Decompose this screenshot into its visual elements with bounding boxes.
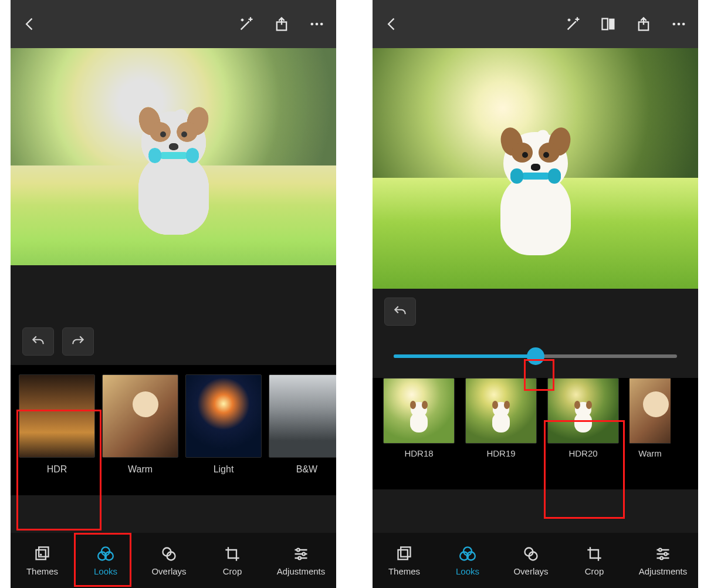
looks-strip[interactable]: HDR18 HDR19 HDR20 Warm bbox=[373, 378, 698, 489]
tab-adjustments[interactable]: Adjustments bbox=[626, 533, 698, 588]
look-warm[interactable]: Warm bbox=[102, 374, 178, 486]
topbar bbox=[11, 0, 336, 48]
look-label: HDR bbox=[47, 458, 67, 481]
phone-left: HDR Warm Light B&W Themes Looks Overlays… bbox=[11, 0, 336, 588]
tab-crop[interactable]: Crop bbox=[201, 533, 264, 588]
compare-icon[interactable] bbox=[600, 15, 617, 33]
tab-themes[interactable]: Themes bbox=[11, 533, 74, 588]
tab-label: Adjustments bbox=[277, 566, 326, 576]
tab-themes[interactable]: Themes bbox=[373, 533, 436, 588]
undo-row bbox=[373, 289, 698, 334]
svg-point-3 bbox=[320, 23, 323, 26]
look-hdr18[interactable]: HDR18 bbox=[383, 378, 455, 489]
look-light[interactable]: Light bbox=[185, 374, 262, 486]
tab-label: Themes bbox=[26, 566, 58, 576]
back-icon[interactable] bbox=[21, 15, 39, 33]
intensity-slider[interactable] bbox=[394, 354, 677, 358]
more-icon[interactable] bbox=[308, 15, 326, 33]
adjust-icon bbox=[292, 545, 310, 563]
svg-point-2 bbox=[316, 23, 319, 26]
undo-button[interactable] bbox=[22, 327, 54, 356]
svg-point-18 bbox=[673, 23, 676, 26]
svg-point-14 bbox=[298, 556, 301, 559]
svg-rect-21 bbox=[398, 550, 408, 559]
bottom-tabbar: Themes Looks Overlays Crop Adjustments H… bbox=[11, 533, 336, 588]
tab-adjustments[interactable]: Adjustments bbox=[264, 533, 336, 588]
svg-rect-15 bbox=[603, 19, 608, 30]
tab-label: Adjustments bbox=[639, 566, 688, 576]
crop-icon bbox=[224, 545, 241, 563]
auto-enhance-icon[interactable] bbox=[564, 15, 582, 33]
tab-label: Looks bbox=[456, 566, 479, 576]
themes-icon bbox=[395, 545, 413, 563]
svg-point-12 bbox=[297, 548, 300, 551]
undo-redo-row bbox=[11, 318, 336, 365]
svg-point-13 bbox=[302, 552, 305, 555]
tab-label: Themes bbox=[388, 566, 420, 576]
auto-enhance-icon[interactable] bbox=[238, 15, 255, 33]
look-bw[interactable]: B&W bbox=[269, 374, 336, 486]
look-label: HDR19 bbox=[486, 444, 515, 462]
look-label: Warm bbox=[128, 458, 153, 481]
dog-subject bbox=[486, 132, 585, 255]
tab-looks[interactable]: Looks bbox=[74, 533, 137, 588]
svg-point-20 bbox=[682, 23, 685, 26]
svg-point-30 bbox=[660, 556, 663, 559]
tab-label: Overlays bbox=[513, 566, 548, 576]
crop-icon bbox=[585, 545, 603, 563]
svg-point-19 bbox=[678, 23, 681, 26]
looks-icon bbox=[459, 545, 476, 563]
tab-label: Looks bbox=[94, 566, 117, 576]
intensity-slider-row bbox=[373, 334, 698, 378]
adjust-icon bbox=[654, 545, 672, 563]
tab-overlays[interactable]: Overlays bbox=[499, 533, 563, 588]
look-warm-partial[interactable]: Warm bbox=[629, 378, 671, 489]
tab-label: Overlays bbox=[151, 566, 186, 576]
looks-icon bbox=[97, 545, 114, 563]
look-label: HDR20 bbox=[568, 444, 597, 462]
look-label: Light bbox=[214, 458, 234, 481]
tab-overlays[interactable]: Overlays bbox=[137, 533, 201, 588]
look-label: Warm bbox=[638, 444, 661, 462]
dog-subject bbox=[124, 111, 224, 235]
overlays-icon bbox=[522, 545, 540, 563]
themes-icon bbox=[33, 545, 51, 563]
share-icon[interactable] bbox=[635, 15, 652, 33]
look-label: B&W bbox=[296, 458, 317, 481]
slider-thumb[interactable] bbox=[527, 347, 544, 365]
looks-strip[interactable]: HDR Warm Light B&W bbox=[11, 365, 336, 495]
redo-button[interactable] bbox=[62, 327, 94, 356]
share-icon[interactable] bbox=[273, 15, 290, 33]
tab-crop[interactable]: Crop bbox=[563, 533, 626, 588]
svg-point-28 bbox=[659, 548, 662, 551]
svg-point-6 bbox=[40, 553, 42, 556]
svg-point-29 bbox=[664, 552, 667, 555]
phone-right: HDR18 HDR19 HDR20 Warm Themes Looks Over… bbox=[373, 0, 698, 588]
back-icon[interactable] bbox=[383, 15, 401, 33]
svg-rect-16 bbox=[609, 19, 614, 30]
photo-canvas[interactable] bbox=[11, 48, 336, 265]
tab-label: Crop bbox=[223, 566, 242, 576]
look-hdr20[interactable]: HDR20 bbox=[547, 378, 619, 489]
overlays-icon bbox=[160, 545, 178, 563]
photo-canvas[interactable] bbox=[373, 48, 698, 289]
bottom-tabbar: Themes Looks Overlays Crop Adjustments H bbox=[373, 533, 698, 588]
undo-button[interactable] bbox=[384, 298, 416, 326]
svg-rect-22 bbox=[401, 547, 410, 556]
more-icon[interactable] bbox=[670, 15, 688, 33]
look-hdr19[interactable]: HDR19 bbox=[465, 378, 537, 489]
look-label: HDR18 bbox=[404, 444, 433, 462]
topbar bbox=[373, 0, 698, 48]
tab-looks[interactable]: Looks bbox=[436, 533, 499, 588]
svg-point-1 bbox=[311, 23, 314, 26]
look-hdr[interactable]: HDR bbox=[19, 374, 95, 486]
tab-label: Crop bbox=[585, 566, 604, 576]
